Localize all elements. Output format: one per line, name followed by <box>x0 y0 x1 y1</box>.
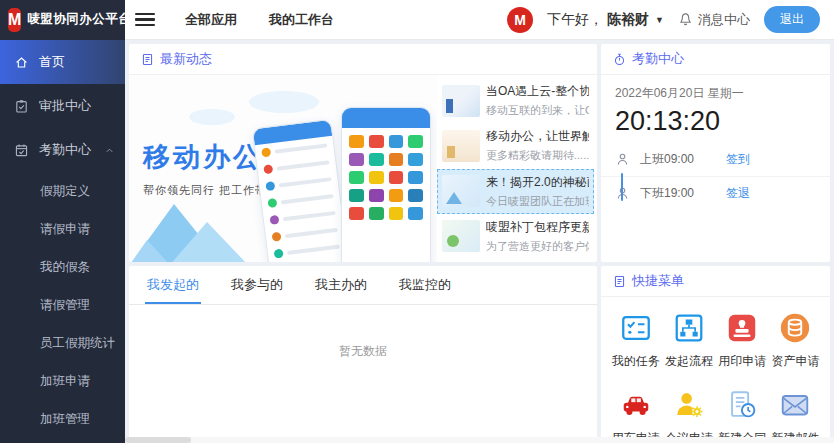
sidebar-sub-employee-leave-stats[interactable]: 员工假期统计 <box>0 324 125 362</box>
news-desc: 移动互联的到来，让OA与云 <box>486 103 589 118</box>
news-title: 唛盟补丁包程序更新 <box>486 219 589 236</box>
tab-hosted-by-me[interactable]: 我主办的 <box>313 266 369 304</box>
quick-meeting-request[interactable]: 会议申请 <box>662 388 715 439</box>
news-title: 当OA遇上云-整个协同OA <box>486 83 589 100</box>
panel-title: 最新动态 <box>160 50 212 68</box>
tab-participated-by-me[interactable]: 我参与的 <box>229 266 285 304</box>
stamp-icon <box>725 311 759 345</box>
app-title: 唛盟协同办公平台 <box>27 11 131 28</box>
news-list-item-active[interactable]: 来！揭开2.0的神秘面纱- 今日唛盟团队正在加班加点, <box>437 169 594 214</box>
my-processes-panel: 我发起的 我参与的 我主办的 我监控的 暂无数据 <box>129 266 597 439</box>
sidebar-sub-holiday-definition[interactable]: 假期定义 <box>0 172 125 210</box>
shift-label: 上班09:00 <box>640 151 694 168</box>
sidebar-sub-leave-request[interactable]: 请假申请 <box>0 210 125 248</box>
attendance-rows: 上班09:00 签到 下班19:00 签退 <box>601 143 830 210</box>
quick-new-contract[interactable]: 新建合同 <box>716 388 769 439</box>
person-icon <box>615 152 630 167</box>
quick-asset-request[interactable]: 资产申请 <box>769 311 822 370</box>
sidebar-sub-my-leave-slips[interactable]: 我的假条 <box>0 248 125 286</box>
sidebar-item-attendance-center[interactable]: 考勤中心 <box>0 128 125 172</box>
sidebar-sub-leave-management[interactable]: 请假管理 <box>0 286 125 324</box>
quick-item-label: 我的任务 <box>612 353 660 370</box>
quick-start-process[interactable]: 发起流程 <box>662 311 715 370</box>
quick-item-label: 发起流程 <box>665 353 713 370</box>
mail-icon <box>778 388 812 422</box>
news-list: 当OA遇上云-整个协同OA 移动互联的到来，让OA与云 移动办公，让世界触手可 … <box>437 75 597 262</box>
sidebar: 首页 审批中心 考勤中心 假期定义 请假申请 我的假条 请假管理 员工假期统计 … <box>0 40 125 443</box>
horizontal-scrollbar[interactable] <box>125 437 834 443</box>
app-logo: M 唛盟协同办公平台 <box>0 0 125 40</box>
chevron-up-icon <box>104 145 115 156</box>
cloud-shape <box>189 109 235 125</box>
news-thumbnail <box>442 220 480 252</box>
nav-all-apps[interactable]: 全部应用 <box>185 11 237 29</box>
sidebar-item-label: 首页 <box>39 53 65 71</box>
quick-item-label: 用印申请 <box>718 353 766 370</box>
clipboard-icon <box>14 99 29 114</box>
calendar-check-icon <box>14 143 29 158</box>
top-nav: 全部应用 我的工作台 <box>185 11 334 29</box>
phone-mockup <box>341 107 431 262</box>
top-header: M 唛盟协同办公平台 全部应用 我的工作台 M 下午好，陈裕财 ▼ 消息中心 退… <box>0 0 834 40</box>
attendance-clock: 20:13:20 <box>615 106 816 137</box>
news-desc: 为了营造更好的客户体验，唛 <box>486 239 589 254</box>
quick-my-tasks[interactable]: 我的任务 <box>609 311 662 370</box>
news-list-item[interactable]: 唛盟补丁包程序更新 为了营造更好的客户体验，唛 <box>437 214 594 259</box>
check-out-link[interactable]: 签退 <box>726 185 750 202</box>
tab-monitored-by-me[interactable]: 我监控的 <box>397 266 453 304</box>
user-menu[interactable]: 下午好，陈裕财 ▼ <box>547 11 664 29</box>
attendance-panel: 考勤中心 2022年06月20日 星期一 20:13:20 上班09:00 签到… <box>601 44 830 262</box>
user-name: 陈裕财 <box>607 11 649 29</box>
quick-new-mail[interactable]: 新建邮件 <box>769 388 822 439</box>
logo-m-icon: M <box>8 8 21 32</box>
sidebar-item-home[interactable]: 首页 <box>0 40 125 84</box>
news-list-item[interactable]: 移动办公，让世界触手可 更多精彩敬请期待....... <box>437 123 594 168</box>
message-center-label: 消息中心 <box>698 11 750 29</box>
quick-menu-grid: 我的任务 发起流程 用印申请 资产申请 <box>601 297 830 439</box>
quick-seal-request[interactable]: 用印申请 <box>716 311 769 370</box>
car-icon <box>619 388 653 422</box>
quick-vehicle-request[interactable]: 用车申请 <box>609 388 662 439</box>
quick-menu-panel: 快捷菜单 我的任务 发起流程 用印申请 <box>601 266 830 439</box>
news-list-item[interactable]: 当OA遇上云-整个协同OA 移动互联的到来，让OA与云 <box>437 78 594 123</box>
menu-toggle-icon[interactable] <box>135 10 155 30</box>
cloud-shape <box>249 91 319 113</box>
check-in-link[interactable]: 签到 <box>726 151 750 168</box>
attendance-date: 2022年06月20日 星期一 <box>615 85 816 102</box>
chevron-down-icon: ▼ <box>655 15 664 25</box>
user-avatar[interactable]: M <box>507 7 533 33</box>
nav-my-workspace[interactable]: 我的工作台 <box>269 11 334 29</box>
news-thumbnail <box>442 130 480 162</box>
logout-button[interactable]: 退出 <box>764 6 820 33</box>
meeting-person-icon <box>672 388 706 422</box>
sidebar-sub-overtime-request[interactable]: 加班申请 <box>0 362 125 400</box>
news-title: 来！揭开2.0的神秘面纱- <box>486 174 589 191</box>
sidebar-sub-overtime-management[interactable]: 加班管理 <box>0 400 125 438</box>
home-icon <box>14 55 29 70</box>
timeline-connector <box>621 173 623 201</box>
quick-menu-header: 快捷菜单 <box>601 266 830 297</box>
document-icon <box>141 53 154 66</box>
promo-banner: 移动办公 帮你领先同行 把工作带出办公室 <box>129 75 437 262</box>
document-icon <box>613 275 626 288</box>
stopwatch-icon <box>613 53 626 66</box>
news-desc: 更多精彩敬请期待....... <box>486 148 589 163</box>
panel-title: 考勤中心 <box>632 50 684 68</box>
database-icon <box>778 311 812 345</box>
message-center-button[interactable]: 消息中心 <box>678 11 750 29</box>
news-thumbnail <box>442 85 480 117</box>
greeting-text: 下午好， <box>547 11 603 29</box>
flowchart-icon <box>672 311 706 345</box>
bell-icon <box>678 12 693 27</box>
news-title: 移动办公，让世界触手可 <box>486 128 589 145</box>
quick-item-label: 资产申请 <box>771 353 819 370</box>
sidebar-item-approval-center[interactable]: 审批中心 <box>0 84 125 128</box>
attendance-header: 考勤中心 <box>601 44 830 75</box>
attendance-row-checkin: 上班09:00 签到 <box>601 143 830 176</box>
sidebar-item-label: 审批中心 <box>39 97 91 115</box>
attendance-row-checkout: 下班19:00 签退 <box>601 176 830 210</box>
sidebar-item-label: 考勤中心 <box>39 141 91 159</box>
scrollbar-thumb[interactable] <box>125 437 191 443</box>
tab-initiated-by-me[interactable]: 我发起的 <box>145 266 201 304</box>
news-thumbnail <box>442 175 480 207</box>
